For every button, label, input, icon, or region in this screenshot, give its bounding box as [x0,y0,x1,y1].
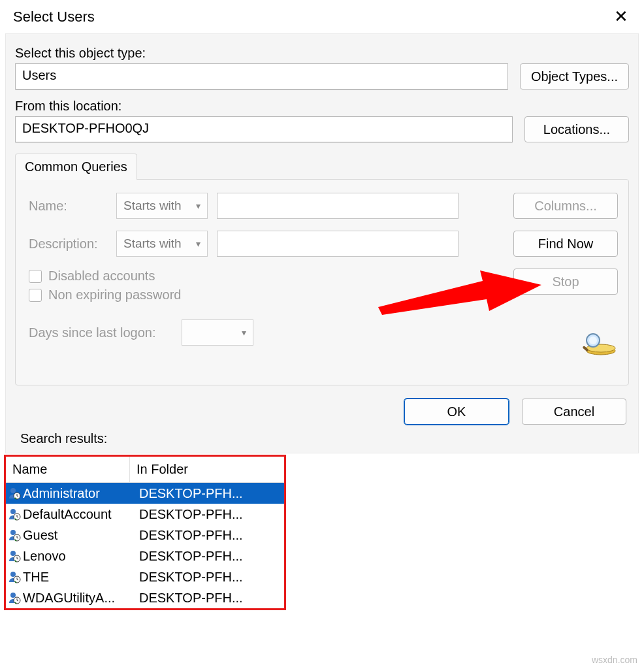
cq-name-label: Name: [29,199,107,214]
user-icon [6,570,23,583]
dialog-actions: OK Cancel [18,399,626,425]
result-name: THE [23,570,130,585]
cq-days-combo[interactable]: ▾ [182,319,253,346]
tabset: Common Queries Name: Starts with ▾ Descr… [15,153,629,385]
tab-common-queries[interactable]: Common Queries [15,154,137,180]
result-folder: DESKTOP-PFH... [130,591,284,606]
locations-button[interactable]: Locations... [524,116,629,142]
user-icon [6,591,23,604]
non-expiring-checkbox[interactable] [29,289,42,302]
search-results-label: Search results: [20,431,629,446]
result-name: WDAGUtilityA... [23,591,130,606]
cq-name-mode-value: Starts with [123,199,182,213]
ok-button[interactable]: OK [404,399,509,425]
svg-point-16 [10,593,16,598]
object-type-field[interactable]: Users [15,63,508,90]
user-icon [6,529,23,542]
svg-point-14 [10,572,16,577]
cq-desc-label: Description: [29,237,107,252]
dialog-title: Select Users [13,8,95,25]
result-name: Lenovo [23,549,130,564]
client-area: Select this object type: Users Object Ty… [5,33,639,453]
cq-desc-mode-value: Starts with [123,237,182,251]
svg-point-3 [589,336,597,344]
cq-days-label: Days since last logon: [29,325,172,340]
table-row[interactable]: THEDESKTOP-PFH... [6,566,284,587]
common-queries-form: Name: Starts with ▾ Description: Starts … [29,193,494,357]
result-name: DefaultAccount [23,507,130,522]
results-body: AdministratorDESKTOP-PFH...DefaultAccoun… [6,483,284,608]
svg-point-6 [10,488,16,493]
cq-name-input[interactable] [217,193,459,219]
table-row[interactable]: AdministratorDESKTOP-PFH... [6,483,284,504]
result-folder: DESKTOP-PFH... [130,549,284,564]
svg-point-8 [10,509,16,514]
cq-name-mode-combo[interactable]: Starts with ▾ [116,193,208,219]
col-folder[interactable]: In Folder [130,457,284,482]
col-name[interactable]: Name [6,457,130,482]
table-row[interactable]: DefaultAccountDESKTOP-PFH... [6,504,284,525]
result-name: Administrator [23,486,130,501]
location-field[interactable]: DESKTOP-PFHO0QJ [15,116,513,142]
disabled-accounts-row[interactable]: Disabled accounts [29,269,494,284]
non-expiring-row[interactable]: Non expiring password [29,287,494,302]
disabled-accounts-label: Disabled accounts [48,269,155,284]
close-icon[interactable]: ✕ [607,4,635,29]
object-types-button[interactable]: Object Types... [520,63,629,90]
watermark: wsxdn.com [592,655,637,665]
svg-point-10 [10,530,16,535]
location-label: From this location: [15,99,629,114]
select-users-dialog: Select Users ✕ Select this object type: … [0,0,644,669]
common-queries-buttons: Columns... Find Now Stop [513,193,618,357]
table-row[interactable]: WDAGUtilityA...DESKTOP-PFH... [6,587,284,608]
chevron-down-icon: ▾ [196,201,201,211]
result-name: Guest [23,528,130,543]
cq-desc-mode-combo[interactable]: Starts with ▾ [116,231,208,257]
results-table: Name In Folder AdministratorDESKTOP-PFH.… [4,455,286,610]
titlebar: Select Users ✕ [0,0,644,31]
tab-panel-common-queries: Name: Starts with ▾ Description: Starts … [15,179,629,385]
result-folder: DESKTOP-PFH... [130,570,284,585]
object-type-label: Select this object type: [15,46,629,61]
result-folder: DESKTOP-PFH... [130,486,284,501]
table-row[interactable]: LenovoDESKTOP-PFH... [6,546,284,566]
find-objects-icon [581,329,618,357]
chevron-down-icon: ▾ [242,327,246,338]
svg-point-12 [10,551,16,556]
columns-button[interactable]: Columns... [513,193,618,219]
stop-button[interactable]: Stop [513,269,618,295]
non-expiring-label: Non expiring password [48,287,181,302]
cancel-button[interactable]: Cancel [522,399,626,425]
results-header: Name In Folder [6,457,284,483]
user-icon [6,487,23,500]
disabled-accounts-checkbox[interactable] [29,270,42,283]
user-icon [6,549,23,563]
table-row[interactable]: GuestDESKTOP-PFH... [6,525,284,546]
user-icon [6,508,23,521]
cq-desc-input[interactable] [217,231,459,257]
result-folder: DESKTOP-PFH... [130,507,284,522]
find-now-button[interactable]: Find Now [513,231,618,257]
result-folder: DESKTOP-PFH... [130,528,284,543]
chevron-down-icon: ▾ [196,238,201,249]
